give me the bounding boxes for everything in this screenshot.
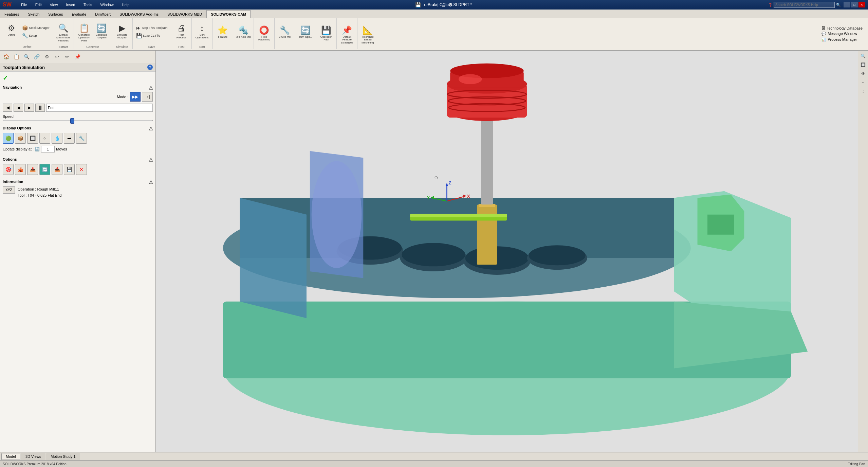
disp-droplet-button[interactable]: 💧 — [52, 133, 62, 144]
quick-save-icon[interactable]: 💾 — [415, 2, 421, 7]
panel-help-button[interactable]: ? — [147, 65, 153, 70]
speed-thumb[interactable] — [70, 118, 74, 124]
right-tool-view5[interactable]: ↕ — [859, 87, 867, 95]
nav-next-button[interactable]: ▶ — [24, 104, 34, 112]
save-op-button[interactable]: 💾 Operation Plan — [318, 24, 334, 44]
simulate-label: Simulate Toolpath — [114, 34, 130, 40]
update-value-input[interactable] — [41, 146, 55, 152]
menu-view[interactable]: View — [48, 3, 60, 7]
simulate-button[interactable]: ▶ Simulate Toolpath — [114, 22, 130, 42]
tab-sketch[interactable]: Sketch — [23, 10, 44, 18]
sort-button[interactable]: ↕ Sort Operations — [194, 22, 210, 42]
feature-button[interactable]: ⭐ Feature — [215, 24, 231, 44]
opt-btn-6[interactable]: 💾 — [64, 164, 75, 175]
disp-sphere-button[interactable]: 🟢 — [3, 133, 14, 144]
quick-redo-icon[interactable]: ↪ — [430, 2, 435, 7]
panel-icon-4[interactable]: 🔗 — [32, 52, 41, 61]
nav-end-input[interactable] — [46, 104, 153, 112]
generate-toolpath-button[interactable]: 🔄 Generate Toolpath — [93, 22, 110, 42]
tab-surfaces[interactable]: Surfaces — [44, 10, 67, 18]
tab-addins[interactable]: SOLIDWORKS Add-Ins — [115, 10, 163, 18]
opt-btn-5[interactable]: 📥 — [52, 164, 62, 175]
menu-insert[interactable]: Insert — [64, 3, 77, 7]
disp-points-button[interactable]: ⁘ — [39, 133, 50, 144]
speed-track[interactable] — [3, 120, 153, 121]
panel-icon-3[interactable]: 🔍 — [22, 52, 31, 61]
menu-edit[interactable]: Edit — [33, 3, 44, 7]
menu-file[interactable]: File — [19, 3, 29, 7]
close-button[interactable]: ✕ — [858, 2, 865, 7]
right-tool-view3[interactable]: 👁 — [859, 70, 867, 78]
disp-arrows-button[interactable]: ➡ — [64, 133, 75, 144]
bottom-tab-model[interactable]: Model — [1, 453, 20, 460]
setup-button[interactable]: 🔧 Setup — [21, 32, 51, 39]
panel-icon-7[interactable]: ✏ — [62, 52, 72, 61]
viewport[interactable]: Z X Y — [156, 51, 858, 452]
navigation-collapse[interactable]: △ — [149, 85, 153, 90]
tab-dimxpert[interactable]: DimXpert — [91, 10, 115, 18]
message-window-button[interactable]: 💬 Message Window — [820, 31, 864, 37]
process-manager-button[interactable]: 📊 Process Manager — [820, 37, 864, 42]
panel-icon-5[interactable]: ⚙ — [42, 52, 52, 61]
panel-icon-8[interactable]: 📌 — [73, 52, 82, 61]
search-input[interactable] — [774, 2, 835, 8]
stock-manager-button[interactable]: 📦 Stock Manager — [21, 24, 51, 32]
menu-tools[interactable]: Tools — [81, 3, 94, 7]
right-tool-view1[interactable]: 🔍 — [859, 52, 867, 60]
opt-btn-4[interactable]: 🔄 — [39, 164, 50, 175]
panel-icon-1[interactable]: 🏠 — [1, 52, 11, 61]
opt-btn-1[interactable]: 🎯 — [3, 164, 14, 175]
disp-box-button[interactable]: 📦 — [15, 133, 26, 144]
right-tool-view4[interactable]: ↔ — [859, 78, 867, 87]
menu-help[interactable]: Help — [120, 3, 132, 7]
panel-icon-6[interactable]: ↩ — [52, 52, 62, 61]
axis25-button[interactable]: 🔩 2.5 Axis Mill — [235, 24, 252, 44]
extract-button[interactable]: 🔍 Extract Machinable Features — [55, 22, 72, 42]
sort-icon: ↕ — [200, 23, 204, 33]
tab-evaluate[interactable]: Evaluate — [67, 10, 91, 18]
turn-button[interactable]: 🔄 Turn Ope... — [297, 24, 314, 44]
right-tool-view2[interactable]: 🔲 — [859, 61, 867, 69]
information-collapse[interactable]: △ — [149, 179, 153, 184]
minimize-button[interactable]: — — [844, 2, 850, 7]
save-cl-button[interactable]: 💾 Save CL File — [135, 32, 169, 39]
hole-button[interactable]: ⭕ Hole Machining — [256, 24, 272, 44]
menu-window[interactable]: Window — [98, 3, 116, 7]
feature-label: Feature — [218, 36, 227, 39]
quick-print-icon[interactable]: 🖨 — [441, 2, 446, 7]
tab-cam[interactable]: SOLIDWORKS CAM — [206, 10, 251, 18]
search-icon[interactable]: 🔍 — [836, 3, 841, 7]
mode-continuous-button[interactable]: ▶▶ — [130, 92, 141, 102]
panel-icon-2[interactable]: 📋 — [12, 52, 21, 61]
bottom-tab-3dviews[interactable]: 3D Views — [21, 453, 45, 460]
opt-btn-2[interactable]: 🎪 — [15, 164, 26, 175]
bottom-tab-motion[interactable]: Motion Study 1 — [46, 453, 80, 460]
define-button[interactable]: ⚙ Define — [3, 22, 20, 42]
post-button[interactable]: 🖨 Post Process — [173, 22, 189, 42]
nav-first-button[interactable]: |◀ — [3, 104, 12, 112]
tab-mbd[interactable]: SOLIDWORKS MBD — [163, 10, 206, 18]
default-feature-button[interactable]: 📌 Default Feature Strategies — [339, 24, 355, 44]
tech-database-button[interactable]: 🗄 Technology Database — [820, 25, 864, 31]
quick-undo-icon[interactable]: ↩ — [424, 2, 428, 7]
opt-btn-3[interactable]: 📤 — [27, 164, 38, 175]
help-icon[interactable]: ❓ — [768, 3, 772, 7]
nav-pause-button[interactable] — [35, 104, 45, 112]
maximize-button[interactable]: □ — [851, 2, 858, 7]
nav-prev-button[interactable]: ◀ — [14, 104, 23, 112]
options-collapse[interactable]: △ — [149, 157, 153, 162]
quick-settings-icon[interactable]: ⚙ — [448, 2, 453, 7]
tab-features[interactable]: Features — [0, 10, 23, 18]
disp-tool-button[interactable]: 🔧 — [76, 133, 87, 144]
generate-op-button[interactable]: 📋 Generate Operation Plan — [76, 22, 92, 42]
mode-step-button[interactable]: →| — [142, 92, 153, 102]
display-options-section: Display Options △ 🟢 📦 🔲 ⁘ 💧 ➡ 🔧 Update d… — [3, 125, 153, 152]
step-thru-button[interactable]: ⏭ Step Thru Toolpath — [135, 24, 169, 32]
opt-btn-7[interactable]: ✕ — [76, 164, 87, 175]
display-options-collapse[interactable]: △ — [149, 125, 153, 131]
svg-marker-5 — [240, 198, 307, 318]
tolerance-button[interactable]: 📐 Tolerance Based Machining — [359, 24, 376, 44]
axis3-button[interactable]: 🔧 3 Axis Mill — [277, 24, 293, 44]
ribbon-group-extract: 🔍 Extract Machinable Features Extract — [53, 18, 74, 49]
disp-wire-button[interactable]: 🔲 — [27, 133, 38, 144]
